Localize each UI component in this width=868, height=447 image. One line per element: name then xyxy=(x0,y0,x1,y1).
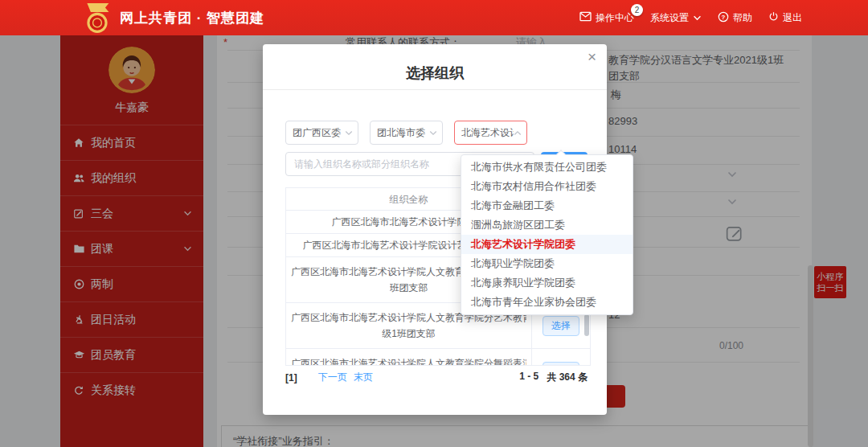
dropdown-option[interactable]: 北海职业学院团委 xyxy=(461,254,633,273)
logout-label: 退出 xyxy=(783,11,802,25)
pagination: [1] 下一页 末页 1 - 5 共 364 条 xyxy=(285,371,588,384)
dropdown-option[interactable]: 北海市金融团工委 xyxy=(461,196,633,215)
province-select-value: 团广西区委 xyxy=(293,126,345,140)
dropdown-option[interactable]: 北海市农村信用合作社团委 xyxy=(461,177,633,196)
county-select-value: 北海艺术设计学院团委 xyxy=(461,126,514,140)
header-nav: 操作中心 2 系统设置 ? 帮助 退出 xyxy=(579,11,802,25)
current-page: [1] xyxy=(285,372,297,383)
dropdown-option[interactable]: 涠洲岛旅游区团工委 xyxy=(461,215,633,235)
county-select-dropdown: 北海市供水有限责任公司团委北海市农村信用合作社团委北海市金融团工委涠洲岛旅游区团… xyxy=(461,154,633,315)
table-scrollbar[interactable] xyxy=(584,314,589,336)
help-button[interactable]: ? 帮助 xyxy=(718,11,752,25)
last-page-link[interactable]: 末页 xyxy=(354,371,373,384)
next-page-link[interactable]: 下一页 xyxy=(318,371,347,384)
page-range: 1 - 5 xyxy=(519,371,538,384)
chevron-down-icon xyxy=(345,130,353,136)
chevron-up-icon xyxy=(514,130,522,136)
action-center-label: 操作中心 xyxy=(596,11,634,25)
svg-text:?: ? xyxy=(722,13,726,20)
county-select[interactable]: 北海艺术设计学院团委 xyxy=(454,121,527,145)
chevron-down-icon xyxy=(693,12,702,23)
system-settings-label: 系统设置 xyxy=(650,11,689,25)
mail-icon xyxy=(579,11,592,24)
chevron-down-icon xyxy=(429,130,437,136)
app-window: 网上共青团 · 智慧团建 操作中心 2 系统设置 ? 帮助 xyxy=(0,0,868,447)
city-select[interactable]: 团北海市委 xyxy=(370,121,443,145)
dropdown-option[interactable]: 北海市青年企业家协会团委 xyxy=(461,293,633,312)
dropdown-option[interactable]: 北海市供水有限责任公司团委 xyxy=(461,158,633,177)
province-select[interactable]: 团广西区委 xyxy=(285,121,358,145)
table-row: 广西区北海市北海艺术设计学院人文教育学院分舞蹈表演专业2021级1班团支部选择 xyxy=(286,349,590,366)
select-row-button[interactable]: 选择 xyxy=(542,316,579,336)
action-center-button[interactable]: 操作中心 2 xyxy=(579,11,634,25)
modal-title: 选择组织 xyxy=(263,64,607,83)
org-level-selects: 团广西区委 团北海市委 北海艺术设计学院团委 xyxy=(285,121,527,145)
league-emblem-logo xyxy=(83,2,112,35)
power-icon xyxy=(768,11,779,24)
total-count: 共 364 条 xyxy=(547,371,588,384)
notification-badge: 2 xyxy=(631,4,643,16)
dropdown-option[interactable]: 北海艺术设计学院团委 xyxy=(461,235,633,254)
org-name-cell: 广西区北海市北海艺术设计学院人文教育学院分舞蹈表演专业2021级1班团支部 xyxy=(286,349,532,366)
city-select-value: 团北海市委 xyxy=(377,126,429,140)
org-name-line: 广西区北海市北海艺术设计学院人文教育学院分舞蹈表演专业2021 xyxy=(291,355,526,366)
select-row-button[interactable]: 选择 xyxy=(542,362,579,367)
app-header: 网上共青团 · 智慧团建 操作中心 2 系统设置 ? 帮助 xyxy=(0,0,868,35)
help-label: 帮助 xyxy=(733,11,752,25)
question-circle-icon: ? xyxy=(718,11,729,25)
org-name-line: 级1班团支部 xyxy=(382,326,436,342)
system-settings-button[interactable]: 系统设置 xyxy=(650,11,702,25)
dropdown-option[interactable]: 北海康养职业学院团委 xyxy=(461,273,633,293)
close-icon[interactable]: × xyxy=(588,49,596,64)
org-name-line: 班团支部 xyxy=(390,280,428,296)
app-title: 网上共青团 · 智慧团建 xyxy=(120,9,264,27)
logout-button[interactable]: 退出 xyxy=(768,11,802,25)
